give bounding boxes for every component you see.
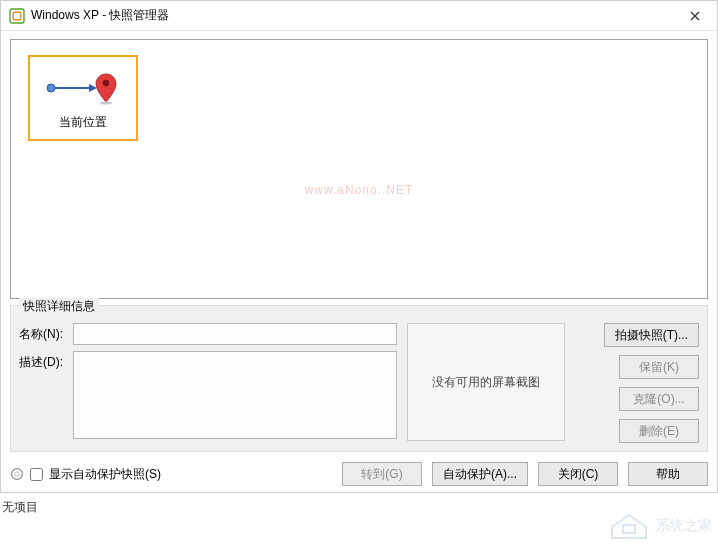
status-text: 无项目 <box>2 500 38 514</box>
close-icon <box>690 11 700 21</box>
close-dialog-button[interactable]: 关闭(C) <box>538 462 618 486</box>
svg-point-4 <box>47 84 55 92</box>
map-pin-icon <box>96 74 116 105</box>
close-button[interactable] <box>681 6 709 26</box>
no-screenshot-text: 没有可用的屏幕截图 <box>432 374 540 391</box>
details-fields: 名称(N): 描述(D): <box>19 313 397 442</box>
help-button[interactable]: 帮助 <box>628 462 708 486</box>
client-area: 当前位置 www.aNono..NET 快照详细信息 名称(N): 描述(D): <box>1 31 717 492</box>
titlebar: Windows XP - 快照管理器 <box>1 1 717 31</box>
current-position-label: 当前位置 <box>59 114 107 131</box>
name-input[interactable] <box>73 323 397 345</box>
show-autoprotect-checkbox[interactable] <box>30 468 43 481</box>
keep-button[interactable]: 保留(K) <box>619 355 699 379</box>
current-position-graphic <box>43 70 123 106</box>
name-label: 名称(N): <box>19 323 73 343</box>
svg-rect-11 <box>623 525 635 533</box>
description-label: 描述(D): <box>19 351 73 371</box>
take-snapshot-button[interactable]: 拍摄快照(T)... <box>604 323 699 347</box>
details-legend: 快照详细信息 <box>19 298 99 315</box>
description-input[interactable] <box>73 351 397 439</box>
svg-point-9 <box>12 469 23 480</box>
svg-point-8 <box>100 101 112 104</box>
bottom-row: 显示自动保护快照(S) 转到(G) 自动保护(A)... 关闭(C) 帮助 <box>10 462 708 486</box>
site-watermark-text: 系统之家 <box>656 517 712 535</box>
details-side-buttons: 拍摄快照(T)... 保留(K) 克隆(O)... 删除(E) <box>575 323 699 443</box>
site-watermark: 系统之家 <box>608 511 712 541</box>
goto-button[interactable]: 转到(G) <box>342 462 422 486</box>
snapshot-manager-window: Windows XP - 快照管理器 <box>0 0 718 493</box>
house-watermark-icon <box>608 511 650 541</box>
show-autoprotect-label: 显示自动保护快照(S) <box>49 466 161 483</box>
window-title: Windows XP - 快照管理器 <box>31 7 681 24</box>
autoprotect-button[interactable]: 自动保护(A)... <box>432 462 528 486</box>
vmware-app-icon <box>9 8 25 24</box>
autoprotect-indicator-icon <box>10 467 24 481</box>
snapshot-details-group: 快照详细信息 名称(N): 描述(D): <box>10 305 708 452</box>
svg-point-7 <box>103 79 109 85</box>
snapshot-tree-area[interactable]: 当前位置 www.aNono..NET <box>10 39 708 299</box>
svg-rect-0 <box>10 9 24 23</box>
screenshot-thumbnail: 没有可用的屏幕截图 <box>407 323 565 441</box>
svg-point-10 <box>15 472 19 476</box>
current-position-node[interactable]: 当前位置 <box>28 55 138 141</box>
clone-button[interactable]: 克隆(O)... <box>619 387 699 411</box>
faint-watermark-text: www.aNono..NET <box>305 183 414 197</box>
delete-button[interactable]: 删除(E) <box>619 419 699 443</box>
svg-rect-1 <box>13 12 21 20</box>
